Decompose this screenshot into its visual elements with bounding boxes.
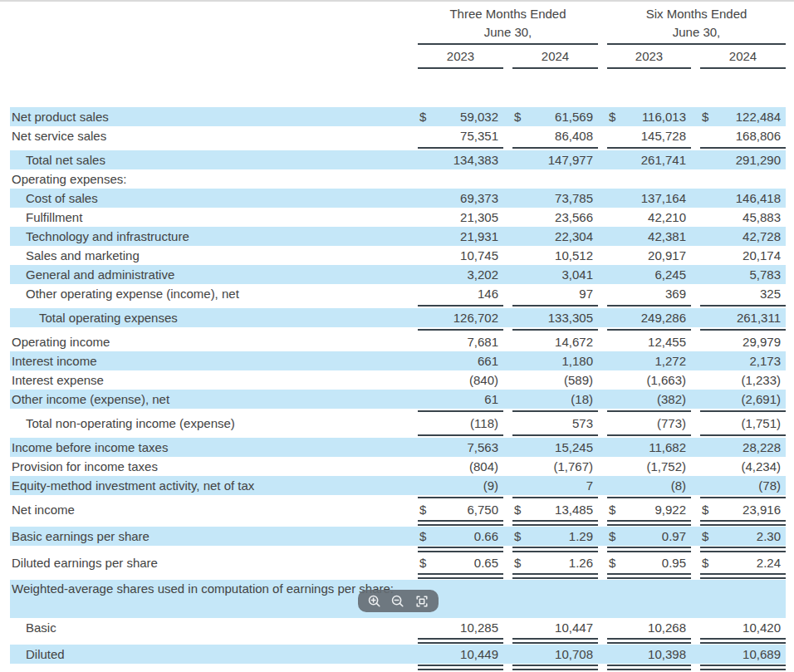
table-row: Diluted10,44910,70810,39810,689 xyxy=(10,645,786,664)
table-row: Net service sales75,35186,408145,728168,… xyxy=(10,126,786,145)
value-cell: 12,455 xyxy=(607,332,691,351)
table-body: Net product sales$59,032$61,569$116,013$… xyxy=(10,107,786,671)
rule-label-spacer xyxy=(10,519,409,527)
value-text: 2.30 xyxy=(757,527,786,546)
year-column-header: 2024 xyxy=(512,47,598,69)
value-cell: 1,272 xyxy=(607,351,691,370)
value-text: (78) xyxy=(758,476,786,495)
row-label: Net income xyxy=(10,500,409,519)
rule-row xyxy=(10,637,786,645)
value-text: 42,381 xyxy=(648,227,691,246)
value-text: 1.26 xyxy=(569,553,598,572)
value-cell: 97 xyxy=(512,284,598,303)
row-label: Other income (expense), net xyxy=(10,390,409,409)
currency-symbol: $ xyxy=(607,107,615,126)
table-row: Operating income7,68114,67212,45529,979 xyxy=(10,332,786,351)
currency-symbol: $ xyxy=(418,553,426,572)
rule-segment xyxy=(512,520,598,526)
currency-symbol: $ xyxy=(607,500,615,519)
value-text: 5,783 xyxy=(749,265,786,284)
value-cell: 137,164 xyxy=(607,189,691,208)
value-text: 145,728 xyxy=(641,126,691,145)
value-text: (1,752) xyxy=(646,457,691,476)
value-cell: $2.24 xyxy=(700,553,786,572)
value-text: 116,013 xyxy=(642,107,691,126)
table-row: Other operating expense (income), net146… xyxy=(10,284,786,303)
currency-symbol: $ xyxy=(418,107,426,126)
value-cell: 573 xyxy=(512,414,598,433)
value-cell: 75,351 xyxy=(418,126,503,145)
year-column-header: 2024 xyxy=(700,47,786,69)
row-label: Operating expenses: xyxy=(10,169,409,189)
table-row: Cost of sales69,37373,785137,164146,418 xyxy=(10,189,786,208)
value-cell xyxy=(700,580,786,618)
table-row: Total non-operating income (expense)(118… xyxy=(10,414,786,433)
value-text: 661 xyxy=(478,351,503,370)
rule-label-spacer xyxy=(10,664,409,671)
rule-segment xyxy=(700,638,786,644)
zoom-out-button[interactable] xyxy=(389,592,407,611)
table-row: Net product sales$59,032$61,569$116,013$… xyxy=(10,107,786,126)
row-label: Interest income xyxy=(10,351,409,370)
value-cell: 134,383 xyxy=(418,150,503,169)
value-text: (1,663) xyxy=(646,370,691,390)
value-text: 0.65 xyxy=(474,553,503,572)
value-text: 137,164 xyxy=(641,189,691,208)
currency-symbol: $ xyxy=(700,107,708,126)
row-label: Interest expense xyxy=(10,370,409,390)
currency-symbol: $ xyxy=(607,553,615,572)
period-group-title: Three Months Ended xyxy=(418,5,598,23)
value-cell: $13,485 xyxy=(512,500,598,519)
value-text: 1,272 xyxy=(654,351,691,370)
value-cell: 10,512 xyxy=(512,246,598,265)
value-cell: (18) xyxy=(512,390,598,409)
value-text: 69,373 xyxy=(460,189,503,208)
row-label: Total net sales xyxy=(10,150,409,169)
value-text: 369 xyxy=(665,284,691,303)
rule-segment xyxy=(607,665,691,670)
value-cell xyxy=(418,169,503,189)
value-cell: 10,268 xyxy=(607,618,691,637)
value-text: 21,305 xyxy=(460,208,503,227)
value-cell: 325 xyxy=(700,284,786,303)
value-text: 14,672 xyxy=(555,332,598,351)
value-cell: 1,180 xyxy=(512,351,598,370)
value-text: 61 xyxy=(484,390,503,409)
currency-symbol: $ xyxy=(700,553,708,572)
value-cell: 261,741 xyxy=(607,150,691,169)
value-text xyxy=(593,580,598,618)
value-cell: (1,752) xyxy=(607,457,691,476)
value-text: 7,681 xyxy=(467,332,503,351)
value-text: 0.66 xyxy=(474,527,503,546)
value-text: 7,563 xyxy=(467,438,503,457)
fit-view-icon xyxy=(414,594,429,609)
value-text: 13,485 xyxy=(555,500,598,519)
value-text: (589) xyxy=(564,370,598,390)
value-cell xyxy=(700,169,786,189)
value-cell: (78) xyxy=(700,476,786,495)
row-label: Other operating expense (income), net xyxy=(10,284,409,303)
value-cell: 10,449 xyxy=(418,645,503,664)
value-text: (840) xyxy=(469,370,503,390)
value-cell: 3,202 xyxy=(418,265,503,284)
table-row: Net income$6,750$13,485$9,922$23,916 xyxy=(10,500,786,519)
rule-segment xyxy=(607,547,691,552)
row-label: Equity-method investment activity, net o… xyxy=(10,476,409,495)
row-label: Income before income taxes xyxy=(10,438,409,457)
year-column-header: 2023 xyxy=(607,47,691,69)
zoom-in-button[interactable] xyxy=(365,592,384,611)
row-label: Diluted earnings per share xyxy=(10,553,409,572)
fit-view-button[interactable] xyxy=(413,592,431,611)
value-text: 29,979 xyxy=(743,332,786,351)
value-text: 3,041 xyxy=(561,265,598,284)
value-cell: $2.30 xyxy=(700,527,786,546)
currency-symbol: $ xyxy=(512,527,521,546)
row-label: Provision for income taxes xyxy=(10,457,409,476)
value-text: (18) xyxy=(571,390,598,409)
value-cell: 20,174 xyxy=(700,246,786,265)
value-cell: 61 xyxy=(418,390,503,409)
value-cell: 42,728 xyxy=(700,227,786,246)
row-label: Operating income xyxy=(10,332,409,351)
value-cell: $1.29 xyxy=(512,527,598,546)
value-cell: $61,569 xyxy=(512,107,598,126)
